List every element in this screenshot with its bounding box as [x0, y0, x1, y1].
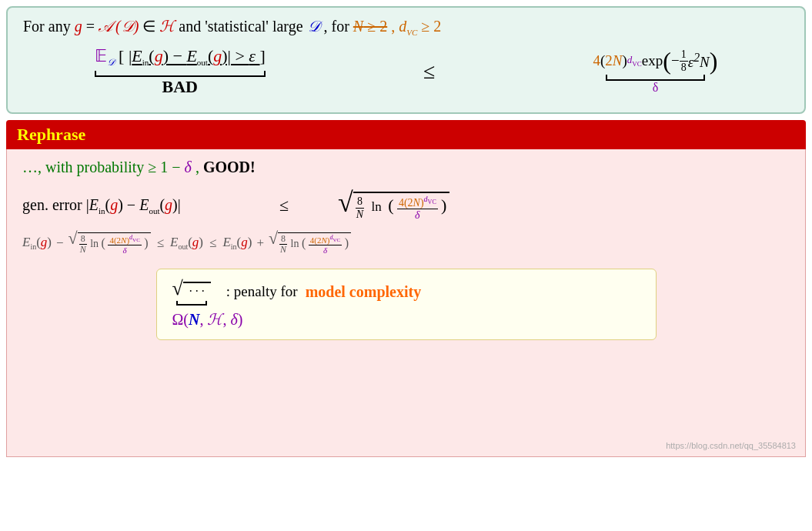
yl-model-complexity: model complexity: [306, 283, 422, 301]
rhs-formula: 4 ( 2N ) dVC exp ( − 1 8 ε2N ) δ: [593, 48, 717, 95]
top-section: For any g = 𝒜 (𝒟) ∈ ℋ and 'statistical' …: [6, 6, 806, 114]
top-title: For any g = 𝒜 (𝒟) ∈ ℋ and 'statistical' …: [23, 15, 789, 38]
gen-error-line: gen. error |Ein(g) − Eout(g)| ≤ √ 8 N ln…: [22, 189, 790, 222]
good-label: GOOD!: [203, 159, 256, 175]
underbrace-bad: [95, 71, 266, 77]
yl-colon: : penalty for: [226, 283, 298, 300]
rhs-4: 4: [593, 52, 600, 69]
tp-sqrt-inner: 8 N ln ( 4(2N)dVC δ ): [78, 232, 151, 255]
yellow-line1: √ · · · : penalty for model complexity: [172, 279, 640, 306]
comma-space: ,: [195, 159, 203, 175]
lhs-abs: |Ein(g) − Eout(g)| > ε: [129, 46, 260, 65]
title-Nge2: N ≥ 2: [353, 18, 387, 35]
P-sub: 𝒟: [107, 58, 115, 68]
tp-leq1: ≤: [157, 235, 164, 251]
yellow-line2: Ω(N, ℋ, δ): [172, 310, 640, 329]
tp-frac2: 4(2N)dVC δ: [108, 235, 141, 255]
tp-sqrt-right: √ 8 N ln ( 4(2N)dVC δ ): [269, 230, 351, 255]
tp-frac: 8 N: [79, 234, 88, 255]
tp-sqrt-sign: √: [69, 230, 78, 247]
tp-paren-close: ): [144, 236, 148, 249]
three-part-line: Ein(g) − √ 8 N ln ( 4(2N)dVC δ ) ≤ Eout(…: [22, 230, 790, 255]
rhs-big-paren-open: (: [663, 48, 671, 73]
rhs-2N: 2N: [605, 52, 622, 69]
rhs-big-paren-close: ): [710, 48, 718, 73]
tp-plus: +: [256, 235, 264, 251]
rhs-eps2N: ε2N: [688, 51, 710, 71]
title-for-any: For any: [23, 18, 75, 35]
tp-leq2: ≤: [209, 235, 216, 251]
tp-sqrt: √ 8 N ln ( 4(2N)dVC δ ): [69, 230, 151, 255]
rhs-neg: −: [671, 52, 680, 69]
sqrt-inner: 8 N ln ( 4(2N)dVC δ ): [353, 192, 450, 222]
yl-underbrace: [176, 301, 207, 306]
omega-label: Ω(N, ℋ, δ): [172, 311, 243, 328]
yl-sqrt-sign: √: [172, 279, 183, 299]
bottom-section: …, with probability ≥ 1 − δ , GOOD! gen.…: [6, 149, 806, 457]
rhs-exp: exp: [642, 52, 663, 69]
sqrt-radical: √: [338, 189, 353, 216]
ellipsis: …, with probability ≥ 1 −: [22, 159, 185, 175]
tp-ein: Ein(g): [22, 235, 52, 251]
watermark: https://blog.csdn.net/qq_35584813: [666, 441, 796, 450]
gen-rhs: √ 8 N ln ( 4(2N)dVC δ: [338, 189, 449, 222]
delta-inline: δ: [185, 159, 192, 175]
yl-sqrt-row: √ · · ·: [172, 279, 211, 300]
yellow-box: √ · · · : penalty for model complexity Ω…: [156, 269, 657, 340]
yl-sqrt-container: √ · · ·: [172, 279, 211, 306]
tp-frac-r2: 4(2N)dVC δ: [309, 235, 342, 255]
big-paren-open: (: [388, 195, 393, 215]
rephrase-label: Rephrase: [17, 125, 85, 144]
title-H: ℋ: [159, 18, 175, 35]
delta-label: δ: [653, 81, 659, 95]
frac-8N: 8 N: [355, 195, 365, 220]
bad-label: BAD: [162, 77, 197, 97]
tp-paren-open: (: [102, 236, 105, 249]
lhs-math: 𝔼𝒟 [ |Ein(g) − Eout(g)| > ε ]: [95, 46, 266, 68]
tp-sqrt-right-sign: √: [269, 230, 278, 247]
tp-ein2: Ein(g): [222, 235, 252, 251]
rephrase-bar: Rephrase: [6, 120, 806, 149]
rhs-dvc-sup: dVC: [627, 54, 642, 68]
title-in: ∈: [142, 18, 159, 35]
lhs-bracket-close: ]: [260, 46, 266, 65]
title-for: , for: [324, 18, 353, 35]
title-g: g: [75, 18, 82, 35]
title-D2: 𝒟: [307, 18, 320, 35]
gen-error-text: gen. error |Ein(g) − Eout(g)|: [22, 196, 261, 215]
lhs-formula: 𝔼𝒟 [ |Ein(g) − Eout(g)| > ε ] BAD: [95, 46, 266, 96]
tp-frac-r: 8 N: [279, 234, 288, 255]
title-eq: =: [86, 18, 99, 35]
title-comma: ,: [391, 18, 395, 35]
main-formula-row: 𝔼𝒟 [ |Ein(g) − Eout(g)| > ε ] BAD ≤ 4 ( …: [23, 46, 789, 96]
title-and: and 'statistical' large: [179, 18, 306, 35]
tp-sqrt-right-inner: 8 N ln ( 4(2N)dVC δ ): [278, 232, 351, 255]
sqrt-outer: √ 8 N ln ( 4(2N)dVC δ: [338, 189, 449, 222]
title-A: 𝒜: [99, 18, 112, 35]
lhs-bracket-open: [: [119, 46, 124, 65]
title-D-paren: (𝒟): [115, 18, 139, 35]
title-ge2: ≥ 2: [421, 18, 441, 35]
tp-minus: −: [56, 235, 64, 251]
with-prob-line: …, with probability ≥ 1 − δ , GOOD!: [22, 159, 790, 176]
tp-eout: Eout(g): [170, 235, 203, 251]
frac-top: 4(2N)dVC δ: [397, 195, 438, 221]
title-dvc: dVC: [399, 18, 417, 35]
leq-sign: ≤: [408, 59, 450, 84]
underbrace-delta: [606, 75, 706, 81]
tp-rparen-open: (: [302, 236, 306, 249]
rhs-frac: 1 8: [680, 48, 688, 73]
tp-rparen-close: ): [345, 236, 349, 249]
gen-leq: ≤: [261, 195, 307, 215]
big-paren-close: ): [441, 195, 446, 215]
rhs-math: 4 ( 2N ) dVC exp ( − 1 8 ε2N ): [593, 48, 717, 73]
yl-sqrt-dots: · · ·: [183, 282, 211, 300]
P-symbol: 𝔼: [95, 46, 107, 65]
